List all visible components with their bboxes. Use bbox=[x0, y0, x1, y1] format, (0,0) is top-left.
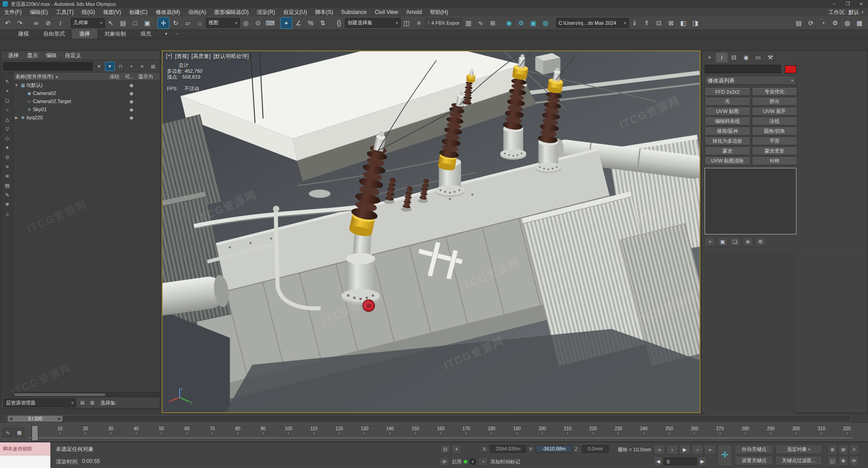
z-coordinate-field[interactable]: 0.0mm bbox=[582, 445, 609, 453]
column-config-icon[interactable]: ▤ bbox=[148, 62, 158, 71]
fbx-export-toolbar[interactable]: ‖4 FBX Expor bbox=[425, 18, 463, 28]
modifier-set-button[interactable]: FFD 2x2x2 bbox=[705, 87, 750, 96]
visibility-toggle[interactable]: ◉ bbox=[125, 115, 138, 120]
modifier-set-button[interactable]: 壳 bbox=[705, 97, 750, 106]
go-to-end-button[interactable]: » bbox=[704, 445, 716, 454]
edit-named-selection-sets-icon[interactable]: {} bbox=[333, 17, 345, 29]
track-bar[interactable]: ◀ 0 / 320 ▶ bbox=[6, 415, 851, 423]
frame-decrement-button[interactable]: ◀ bbox=[654, 456, 663, 466]
redo-icon[interactable]: ↷ bbox=[14, 17, 26, 29]
scene-explorer-menu-item[interactable]: 显示 bbox=[23, 52, 42, 59]
keyboard-override-icon[interactable]: ⌨ bbox=[264, 17, 276, 29]
modifier-set-button[interactable]: 专业优化 bbox=[752, 87, 798, 96]
snaps-toggle-icon[interactable]: ⌖ bbox=[280, 17, 292, 29]
frozen-toggle[interactable]: · bbox=[109, 107, 125, 112]
viewport-shading-label[interactable]: [默认明暗处理] bbox=[213, 53, 249, 60]
modify-tab-icon[interactable]: ≀ bbox=[716, 53, 728, 62]
menu-item[interactable]: 帮助(H) bbox=[426, 8, 452, 16]
x-coordinate-field[interactable]: 2594.035m bbox=[490, 445, 526, 453]
project-folder-combo[interactable]: C:\Users\nj…ds Max 2024▾ bbox=[556, 18, 629, 28]
object-name-field[interactable] bbox=[705, 65, 781, 73]
create-tab-icon[interactable]: + bbox=[704, 53, 715, 62]
ribbon-tab[interactable]: 建模 bbox=[11, 29, 36, 39]
menu-item[interactable]: 创建(C) bbox=[125, 8, 152, 16]
menu-item[interactable]: 脚本(S) bbox=[311, 8, 337, 16]
orbit-icon[interactable]: ⟳ bbox=[849, 456, 859, 466]
grid-toggle-icon[interactable]: ▦ bbox=[854, 17, 865, 29]
modifier-set-button[interactable]: 蒙皮变形 bbox=[752, 147, 798, 155]
motion-tab-icon[interactable]: ◉ bbox=[740, 53, 752, 62]
zoom-all-icon[interactable]: ⊞ bbox=[838, 445, 848, 455]
toggle-layer-explorer-icon[interactable]: ▥ bbox=[463, 17, 475, 29]
add-node-icon[interactable]: + bbox=[127, 62, 136, 71]
display-containers-icon[interactable]: ▤ bbox=[3, 182, 12, 189]
key-filters-button[interactable]: 关键点过滤器... bbox=[775, 456, 822, 465]
pan-icon[interactable]: ✥ bbox=[838, 456, 848, 466]
pick-icon[interactable]: ⌖ bbox=[3, 87, 12, 94]
time-config-icon[interactable]: ▦ bbox=[14, 428, 24, 437]
column-display-as[interactable]: 显示为 bbox=[138, 73, 160, 80]
mirror-icon[interactable]: ◫ bbox=[401, 17, 412, 29]
ribbon-config-icon[interactable]: ▫ bbox=[173, 30, 181, 38]
scene-explorer-menu-item[interactable]: 选择 bbox=[4, 52, 23, 59]
horizontal-scrollbar[interactable] bbox=[14, 392, 160, 397]
frozen-toggle[interactable]: · bbox=[109, 91, 125, 96]
spinner-snap-icon[interactable]: ⇅ bbox=[317, 17, 329, 29]
reference-coordinate-combo[interactable]: 视图▾ bbox=[206, 18, 240, 28]
viewport-layout-icon[interactable]: ◧ bbox=[678, 17, 689, 29]
column-frozen[interactable]: 冻结 bbox=[109, 73, 125, 80]
curve-editor-icon[interactable]: ∿ bbox=[475, 17, 487, 29]
display-helpers-icon[interactable]: ◇ bbox=[3, 135, 12, 142]
select-and-manipulate-icon[interactable]: ⊙ bbox=[252, 17, 264, 29]
named-selection-sets-combo[interactable]: 创建选择集▾ bbox=[345, 18, 401, 28]
workspace-selector[interactable]: 工作区: 默认 ▾ bbox=[828, 9, 863, 16]
current-frame-cursor[interactable] bbox=[32, 425, 38, 441]
modifier-set-button[interactable]: UVW 展开 bbox=[752, 107, 798, 116]
display-tab-icon[interactable]: ▭ bbox=[752, 53, 764, 62]
layer-props-icon[interactable]: ▥ bbox=[88, 399, 97, 407]
expander-icon[interactable]: ▼ bbox=[14, 83, 19, 87]
zoom-region-icon[interactable]: ◱ bbox=[827, 456, 837, 466]
visibility-toggle[interactable]: ◉ bbox=[125, 91, 138, 96]
display-xrefs-icon[interactable]: ¤ bbox=[3, 163, 12, 170]
modifier-set-button[interactable]: 法线 bbox=[752, 117, 798, 126]
minimize-button[interactable]: ─ bbox=[827, 0, 841, 8]
modifier-set-button[interactable]: 转化为多边形 bbox=[705, 137, 750, 145]
visibility-toggle[interactable]: ◉ bbox=[125, 99, 138, 104]
menu-item[interactable]: 自定义(U) bbox=[279, 8, 311, 16]
layer-mode-icon[interactable]: ≡ bbox=[137, 62, 147, 71]
visibility-toggle[interactable]: ◉ bbox=[125, 107, 138, 112]
select-and-scale-icon[interactable]: ▱ bbox=[182, 17, 194, 29]
modifier-list-dropdown[interactable]: 修改器列表 ▾ bbox=[705, 76, 796, 85]
frozen-toggle[interactable]: · bbox=[109, 99, 125, 104]
display-shapes-icon[interactable]: ○ bbox=[3, 106, 12, 113]
expander-icon[interactable]: ▶ bbox=[14, 116, 19, 120]
menu-item[interactable]: Civil View bbox=[371, 8, 402, 16]
render-production-icon[interactable]: ◍ bbox=[540, 17, 552, 29]
import-icon[interactable]: ⇓ bbox=[629, 17, 641, 29]
scene-explorer-row[interactable]: ▶ ❖ byq220 · ◉ bbox=[14, 113, 160, 122]
perspective-viewport[interactable]: [+] [透视] [高质量] [默认明暗处理] 总计 多边形: 452,760 … bbox=[162, 50, 701, 413]
manage-links-icon[interactable]: ⊡ bbox=[653, 17, 665, 29]
modifier-set-button[interactable]: 平滑 bbox=[752, 137, 798, 145]
rendered-frame-window-icon[interactable]: ▣ bbox=[528, 17, 539, 29]
display-hidden-icon[interactable]: ⌂ bbox=[3, 210, 12, 217]
add-time-tag-label[interactable]: 添加时间标记 bbox=[490, 459, 520, 465]
select-and-move-icon[interactable]: ✛ bbox=[158, 17, 169, 29]
menu-item[interactable]: 渲染(R) bbox=[253, 8, 279, 16]
modifier-set-button[interactable]: 蒙皮 bbox=[705, 147, 750, 155]
menu-item[interactable]: 编辑(E) bbox=[26, 8, 52, 16]
time-ruler[interactable]: ∿▦ 0102030405060708090100110120130140150… bbox=[0, 423, 868, 442]
align-icon[interactable]: ≡ bbox=[413, 17, 425, 29]
percent-snap-icon[interactable]: % bbox=[305, 17, 316, 29]
select-and-place-icon[interactable]: ⌂ bbox=[194, 17, 206, 29]
display-cameras-icon[interactable]: ▽ bbox=[3, 125, 12, 132]
object-color-swatch[interactable] bbox=[785, 65, 796, 73]
menu-item[interactable]: 修改器(M) bbox=[152, 8, 184, 16]
ribbon-expand-icon[interactable]: ▾ bbox=[162, 30, 170, 38]
unlink-selection-icon[interactable]: ⊘ bbox=[42, 17, 54, 29]
app-icon[interactable] bbox=[3, 1, 8, 7]
display-materials-icon[interactable]: ✎ bbox=[3, 191, 12, 198]
scene-explorer-empty-area[interactable] bbox=[14, 122, 160, 392]
display-frozen-icon[interactable]: ❄ bbox=[3, 201, 12, 208]
